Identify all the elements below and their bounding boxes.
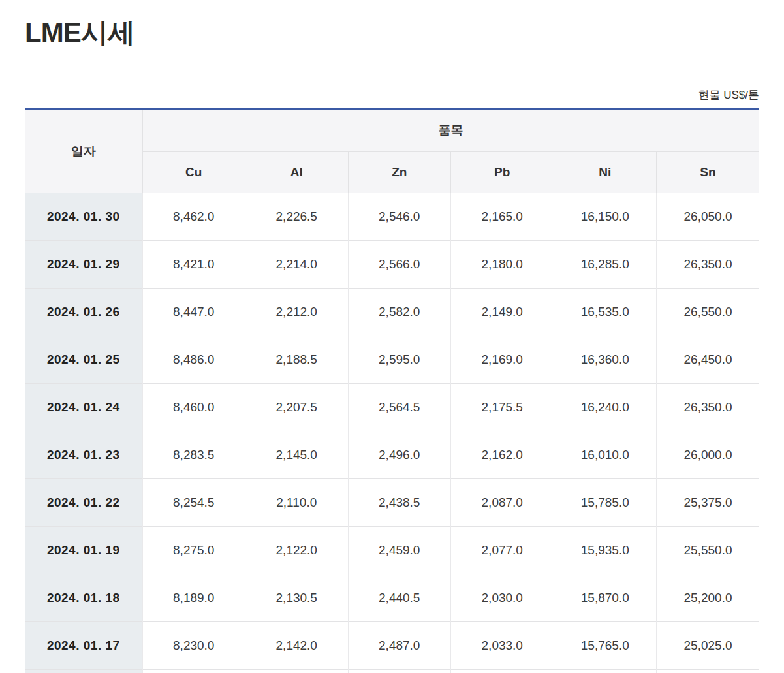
- price-cell: 2,582.0: [348, 288, 451, 336]
- price-cell: 16,285.0: [554, 240, 657, 288]
- price-cell: [657, 669, 760, 673]
- price-cell: [245, 669, 349, 673]
- table-row: 2024. 01. 198,275.02,122.02,459.02,077.0…: [25, 526, 759, 574]
- price-cell: 16,535.0: [554, 288, 657, 336]
- price-cell: [451, 669, 554, 673]
- price-cell: [348, 669, 451, 673]
- price-cell: 16,010.0: [554, 431, 657, 478]
- date-cell: 2024. 01. 24: [25, 383, 142, 431]
- table-row: 2024. 01. 298,421.02,214.02,566.02,180.0…: [25, 240, 759, 288]
- price-cell: 2,212.0: [245, 288, 349, 336]
- col-header-ni: Ni: [554, 151, 657, 193]
- date-cell: 2024. 01. 30: [25, 193, 142, 240]
- page-title: LME시세: [25, 14, 759, 51]
- price-cell: [554, 669, 657, 673]
- price-cell: 8,189.0: [142, 574, 245, 621]
- price-cell: 2,149.0: [451, 288, 554, 336]
- unit-label: 현물 US$/톤: [25, 87, 759, 102]
- price-cell: 2,546.0: [348, 193, 451, 240]
- price-cell: 15,785.0: [554, 478, 657, 526]
- price-cell: 8,230.0: [142, 621, 245, 669]
- price-cell: 2,566.0: [348, 240, 451, 288]
- price-cell: 2,487.0: [348, 621, 451, 669]
- price-cell: 26,050.0: [657, 193, 760, 240]
- price-cell: 26,350.0: [657, 240, 760, 288]
- lme-price-table: 일자 품목 CuAlZnPbNiSn 2024. 01. 308,462.02,…: [25, 108, 759, 673]
- price-cell: 2,207.5: [245, 383, 349, 431]
- table-row: 2024. 01. 228,254.52,110.02,438.52,087.0…: [25, 478, 759, 526]
- price-cell: 16,360.0: [554, 336, 657, 383]
- price-cell: 2,175.5: [451, 383, 554, 431]
- price-cell: 8,486.0: [142, 336, 245, 383]
- date-cell: 2024. 01. 29: [25, 240, 142, 288]
- price-cell: 2,145.0: [245, 431, 349, 478]
- price-cell: 16,240.0: [554, 383, 657, 431]
- col-header-cu: Cu: [142, 151, 245, 193]
- price-cell: 2,033.0: [451, 621, 554, 669]
- price-cell: 8,447.0: [142, 288, 245, 336]
- col-header-pb: Pb: [451, 151, 554, 193]
- price-cell: 2,162.0: [451, 431, 554, 478]
- price-cell: 8,462.0: [142, 193, 245, 240]
- col-header-date: 일자: [25, 109, 142, 193]
- price-cell: 8,460.0: [142, 383, 245, 431]
- price-cell: 26,000.0: [657, 431, 760, 478]
- price-cell: 2,087.0: [451, 478, 554, 526]
- price-cell: 2,110.0: [245, 478, 349, 526]
- table-row: 2024. 01. 238,283.52,145.02,496.02,162.0…: [25, 431, 759, 478]
- price-cell: 2,438.5: [348, 478, 451, 526]
- table-row: 2024. 01. 268,447.02,212.02,582.02,149.0…: [25, 288, 759, 336]
- page-container: LME시세 현물 US$/톤 일자 품목 CuAlZnPbNiSn 2024. …: [25, 14, 759, 673]
- price-cell: 15,765.0: [554, 621, 657, 669]
- price-cell: 15,870.0: [554, 574, 657, 621]
- price-cell: 2,214.0: [245, 240, 349, 288]
- price-cell: 26,450.0: [657, 336, 760, 383]
- date-cell: 2024. 01. 17: [25, 621, 142, 669]
- price-cell: 25,375.0: [657, 478, 760, 526]
- price-cell: 26,350.0: [657, 383, 760, 431]
- price-cell: 8,421.0: [142, 240, 245, 288]
- table-row: 2024. 01. 178,230.02,142.02,487.02,033.0…: [25, 621, 759, 669]
- price-cell: 2,459.0: [348, 526, 451, 574]
- col-header-al: Al: [245, 151, 349, 193]
- price-cell: 25,550.0: [657, 526, 760, 574]
- date-cell: 2024. 01. 22: [25, 478, 142, 526]
- date-cell: 2024. 01. 18: [25, 574, 142, 621]
- price-cell: 2,165.0: [451, 193, 554, 240]
- table-row: 2024. 01. 188,189.02,130.52,440.52,030.0…: [25, 574, 759, 621]
- group-header-items: 품목: [142, 109, 759, 151]
- price-cell: 2,122.0: [245, 526, 349, 574]
- price-cell: 8,283.5: [142, 431, 245, 478]
- date-cell: 2024. 01. 19: [25, 526, 142, 574]
- date-cell: 2024. 01. 23: [25, 431, 142, 478]
- price-cell: 2,030.0: [451, 574, 554, 621]
- col-header-sn: Sn: [657, 151, 760, 193]
- header-row-group: 일자 품목: [25, 109, 759, 151]
- price-cell: [142, 669, 245, 673]
- price-cell: 25,025.0: [657, 621, 760, 669]
- price-cell: 2,130.5: [245, 574, 349, 621]
- price-cell: 26,550.0: [657, 288, 760, 336]
- table-body: 2024. 01. 308,462.02,226.52,546.02,165.0…: [25, 193, 759, 673]
- table-row: 2024. 01. 258,486.02,188.52,595.02,169.0…: [25, 336, 759, 383]
- table-header: 일자 품목 CuAlZnPbNiSn: [25, 109, 759, 193]
- price-cell: 16,150.0: [554, 193, 657, 240]
- price-cell: 2,496.0: [348, 431, 451, 478]
- date-cell: [25, 669, 142, 673]
- price-cell: 25,200.0: [657, 574, 760, 621]
- price-cell: 2,226.5: [245, 193, 349, 240]
- table-row: 2024. 01. 248,460.02,207.52,564.52,175.5…: [25, 383, 759, 431]
- price-cell: 2,595.0: [348, 336, 451, 383]
- price-cell: 2,188.5: [245, 336, 349, 383]
- price-cell: 2,180.0: [451, 240, 554, 288]
- price-cell: 15,935.0: [554, 526, 657, 574]
- price-cell: 2,077.0: [451, 526, 554, 574]
- col-header-zn: Zn: [348, 151, 451, 193]
- table-row: 2024. 01. 308,462.02,226.52,546.02,165.0…: [25, 193, 759, 240]
- date-cell: 2024. 01. 25: [25, 336, 142, 383]
- table-row-partial: [25, 669, 759, 673]
- price-cell: 2,440.5: [348, 574, 451, 621]
- price-cell: 2,142.0: [245, 621, 349, 669]
- price-cell: 2,564.5: [348, 383, 451, 431]
- price-cell: 8,275.0: [142, 526, 245, 574]
